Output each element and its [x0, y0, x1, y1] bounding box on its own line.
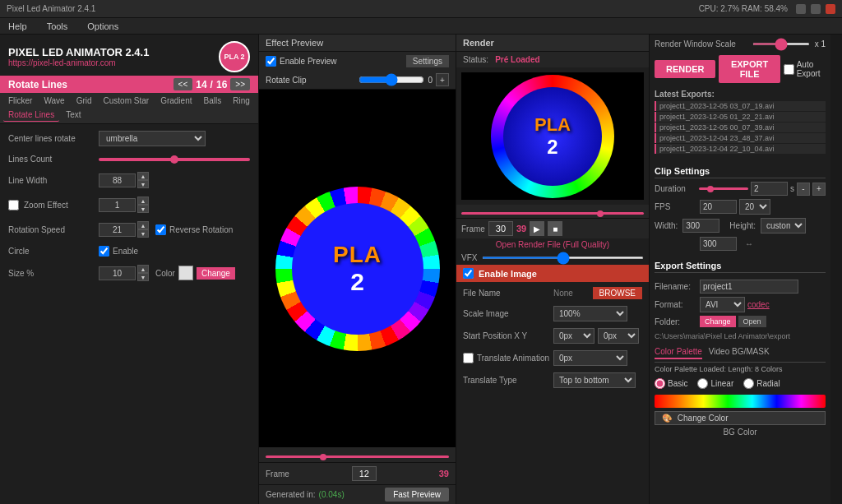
- change-color-btn[interactable]: 🎨 Change Color: [655, 411, 826, 425]
- tab-rotatelines[interactable]: Rotate Lines: [3, 109, 59, 122]
- export-item-4[interactable]: project1_2023-12-04 22_10_04.avi: [655, 144, 826, 154]
- fps-input[interactable]: [700, 200, 737, 214]
- circle-enable-checkbox[interactable]: [99, 246, 109, 257]
- translate-animation-select[interactable]: 0px: [553, 350, 627, 366]
- start-y-select[interactable]: 0px: [598, 328, 639, 344]
- preview-frame-slider[interactable]: [266, 455, 449, 458]
- export-item-0[interactable]: project1_2023-12-05 03_07_19.avi: [655, 101, 826, 111]
- cp-tab-video[interactable]: Video BG/MASK: [709, 347, 770, 359]
- render-stop-btn[interactable]: ■: [548, 221, 562, 236]
- render-play-btn[interactable]: ▶: [530, 221, 544, 236]
- nav-next-btn[interactable]: >>: [230, 78, 250, 90]
- tab-gradient[interactable]: Gradient: [155, 95, 197, 107]
- duration-unit: s: [790, 184, 794, 193]
- color-swatch[interactable]: [178, 266, 193, 280]
- preview-frame-input[interactable]: [352, 466, 377, 481]
- preview-frame-row: Frame 39: [259, 462, 456, 484]
- export-file-btn[interactable]: EXPORT FILE: [719, 55, 780, 83]
- radio-radial-input[interactable]: [743, 378, 754, 389]
- tab-balls[interactable]: Balls: [199, 95, 227, 107]
- tab-ring[interactable]: Ring: [228, 95, 255, 107]
- codec-link[interactable]: codec: [747, 300, 770, 309]
- zoom-down[interactable]: ▼: [137, 205, 149, 213]
- line-width-input[interactable]: [99, 173, 136, 187]
- render-btn[interactable]: RENDER: [655, 60, 715, 78]
- auto-export-checkbox[interactable]: [784, 64, 794, 75]
- export-item-3[interactable]: project1_2023-12-04 23_48_37.avi: [655, 133, 826, 143]
- size-up[interactable]: ▲: [137, 265, 149, 273]
- menu-options[interactable]: Options: [82, 20, 123, 33]
- app-info: PIXEL LED ANIMATOR 2.4.1 https://pixel-l…: [8, 46, 149, 67]
- width-input[interactable]: [682, 219, 719, 233]
- folder-open-btn[interactable]: Open: [738, 316, 766, 327]
- radio-linear-input[interactable]: [697, 378, 708, 389]
- nav-sep: /: [210, 79, 213, 90]
- scale-image-select[interactable]: 100% 50% 200%: [553, 306, 627, 321]
- lines-count-slider[interactable]: [99, 158, 250, 161]
- folder-change-btn[interactable]: Change: [700, 316, 736, 327]
- tab-customstar[interactable]: Custom Star: [99, 95, 155, 107]
- duration-input[interactable]: [751, 182, 788, 196]
- rotate-clip-slider[interactable]: [359, 73, 424, 86]
- rotation-speed-down[interactable]: ▼: [137, 229, 149, 238]
- menu-tools[interactable]: Tools: [42, 20, 73, 33]
- duration-slider[interactable]: [699, 187, 748, 190]
- open-render-link[interactable]: Open Render File (Full Quality): [456, 238, 649, 251]
- rotation-speed-up[interactable]: ▲: [137, 221, 149, 229]
- render-title: Render: [456, 35, 649, 52]
- browse-btn[interactable]: BROWSE: [593, 287, 642, 299]
- duration-down-btn[interactable]: -: [797, 183, 810, 196]
- rotation-speed-input[interactable]: [99, 223, 136, 237]
- rotate-clip-value: 0: [428, 76, 433, 85]
- maximize-btn[interactable]: [811, 4, 821, 14]
- translate-animation-checkbox[interactable]: [463, 353, 474, 363]
- line-width-down[interactable]: ▼: [137, 180, 149, 188]
- size-down[interactable]: ▼: [137, 273, 149, 281]
- export-item-2[interactable]: project1_2023-12-05 00_07_39.avi: [655, 123, 826, 132]
- enable-preview-checkbox[interactable]: [266, 56, 276, 67]
- zoom-effect-checkbox[interactable]: [8, 200, 19, 210]
- height-input[interactable]: [700, 237, 737, 251]
- height-label: Height:: [729, 221, 756, 230]
- zoom-effect-input[interactable]: [99, 198, 136, 212]
- size-input[interactable]: [99, 266, 136, 280]
- enable-image-checkbox[interactable]: [463, 268, 474, 279]
- vfx-slider[interactable]: [482, 257, 644, 259]
- duration-up-btn[interactable]: +: [812, 183, 826, 196]
- tab-wave[interactable]: Wave: [39, 95, 69, 107]
- minimize-btn[interactable]: [796, 4, 806, 14]
- reverse-rotation-checkbox[interactable]: [155, 224, 166, 235]
- menu-help[interactable]: Help: [3, 20, 32, 33]
- tab-text[interactable]: Text: [61, 109, 86, 122]
- render-pla2: PLA 2: [491, 75, 614, 198]
- render-scale-slider[interactable]: [752, 43, 810, 45]
- pla2-preview: PLA 2: [275, 187, 440, 351]
- render-frame-slider[interactable]: [461, 212, 644, 215]
- settings-button[interactable]: Settings: [406, 55, 449, 67]
- frame-label: Frame: [266, 469, 289, 479]
- tab-grid[interactable]: Grid: [72, 95, 97, 107]
- rotate-clip-up[interactable]: +: [436, 73, 449, 86]
- status-label: Status:: [463, 55, 488, 64]
- render-scale-label: Render Window Scale: [655, 39, 747, 49]
- fast-preview-btn[interactable]: Fast Preview: [385, 488, 449, 502]
- color-change-btn[interactable]: Change: [197, 267, 235, 280]
- close-btn[interactable]: [826, 4, 835, 14]
- tab-flicker[interactable]: Flicker: [3, 95, 37, 107]
- format-val: AVIMP4GIF codec: [700, 297, 826, 312]
- export-item-1[interactable]: project1_2023-12-05 01_22_21.avi: [655, 112, 826, 122]
- fps-select[interactable]: 202430: [739, 199, 770, 215]
- format-select[interactable]: AVIMP4GIF: [700, 297, 745, 312]
- line-width-up[interactable]: ▲: [137, 172, 149, 180]
- center-lines-select[interactable]: umbrella straight fan: [99, 131, 206, 146]
- start-x-select[interactable]: 0px: [553, 328, 594, 344]
- size-unit-select[interactable]: custom: [761, 218, 806, 234]
- app-logo: PLA 2: [219, 41, 250, 72]
- radio-basic-input[interactable]: [655, 378, 665, 389]
- zoom-up[interactable]: ▲: [137, 197, 149, 205]
- filename-input[interactable]: [700, 280, 798, 294]
- translate-type-select[interactable]: Top to bottom Bottom to top Left to righ…: [553, 372, 636, 388]
- render-frame-input[interactable]: [488, 221, 513, 236]
- nav-prev-btn[interactable]: <<: [173, 78, 193, 90]
- cp-tab-palette[interactable]: Color Palette: [655, 347, 702, 359]
